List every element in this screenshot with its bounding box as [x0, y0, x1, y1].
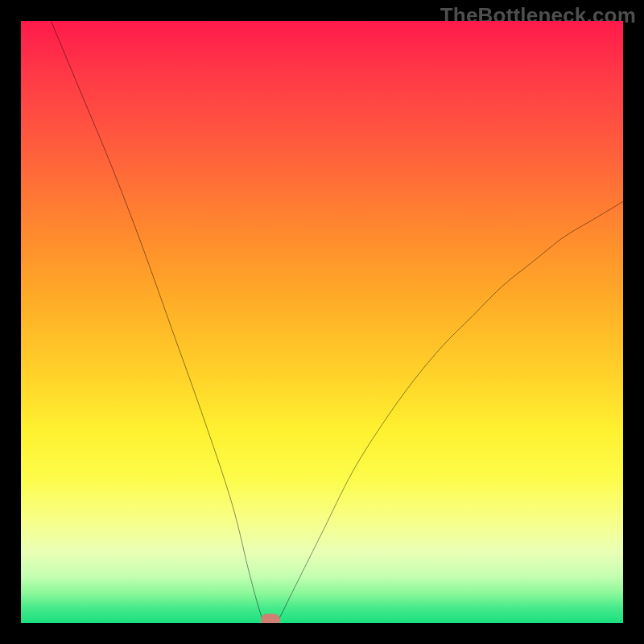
plot-area — [21, 21, 623, 623]
curve-svg — [21, 21, 623, 623]
bottleneck-curve-path — [51, 21, 623, 623]
chart-frame: TheBottleneck.com — [0, 0, 644, 644]
optimum-marker — [261, 614, 280, 623]
